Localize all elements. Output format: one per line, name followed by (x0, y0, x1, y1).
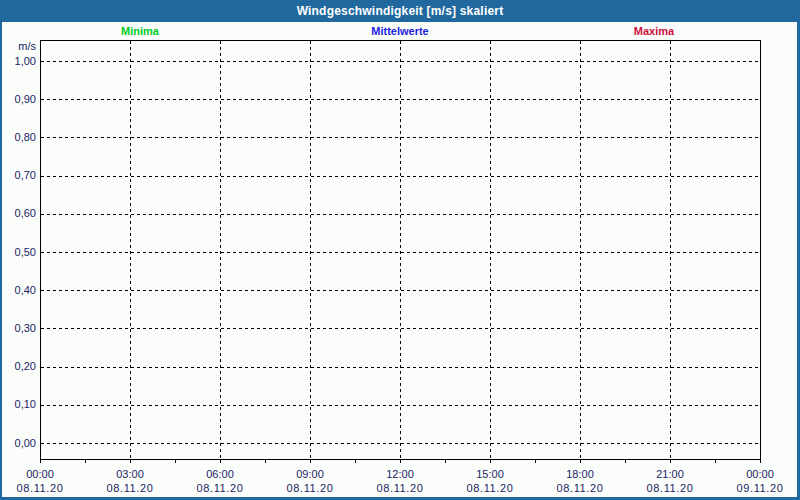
y-axis-tick-label: 0,30 (0, 322, 36, 335)
x-axis-tick-label: 09:0008.11.20 (287, 467, 334, 495)
y-axis-tick-label: 0,70 (0, 169, 36, 182)
x-tick-date: 08.11.20 (197, 481, 244, 495)
x-tick-date: 08.11.20 (287, 481, 334, 495)
x-axis-tick-label: 00:0008.11.20 (17, 467, 64, 495)
x-tick-time: 15:00 (467, 467, 514, 481)
x-tick-time: 09:00 (287, 467, 334, 481)
x-axis-tick-label: 15:0008.11.20 (467, 467, 514, 495)
y-axis-tick-label: 0,10 (0, 398, 36, 411)
x-tick-time: 00:00 (737, 467, 784, 481)
x-axis-tick-label: 06:0008.11.20 (197, 467, 244, 495)
x-tick-date: 08.11.20 (557, 481, 604, 495)
x-tick-time: 03:00 (107, 467, 154, 481)
y-axis-tick-label: 0,00 (0, 437, 36, 450)
y-axis-tick-label: 0,90 (0, 93, 36, 106)
legend-item-maxima: Maxima (634, 25, 674, 37)
x-tick-time: 00:00 (17, 467, 64, 481)
x-tick-date: 08.11.20 (17, 481, 64, 495)
x-tick-time: 21:00 (647, 467, 694, 481)
y-axis-tick-label: 0,60 (0, 207, 36, 220)
x-tick-time: 06:00 (197, 467, 244, 481)
x-axis-tick-label: 21:0008.11.20 (647, 467, 694, 495)
chart-window: Windgeschwindigkeit [m/s] skaliert Minim… (0, 0, 800, 500)
y-axis-tick-label: 1,00 (0, 55, 36, 68)
y-axis-tick-label: 0,80 (0, 131, 36, 144)
x-tick-date: 09.11.20 (737, 481, 784, 495)
x-axis-tick-label: 18:0008.11.20 (557, 467, 604, 495)
x-tick-date: 08.11.20 (467, 481, 514, 495)
x-tick-date: 08.11.20 (107, 481, 154, 495)
x-tick-time: 18:00 (557, 467, 604, 481)
x-axis-tick-label: 03:0008.11.20 (107, 467, 154, 495)
x-axis-tick-label: 00:0009.11.20 (737, 467, 784, 495)
x-tick-time: 12:00 (377, 467, 424, 481)
chart-title: Windgeschwindigkeit [m/s] skaliert (297, 4, 504, 18)
y-axis-tick-label: 0,40 (0, 284, 36, 297)
x-axis-tick-label: 12:0008.11.20 (377, 467, 424, 495)
y-axis-tick-label: 0,50 (0, 246, 36, 259)
y-axis-tick-label: 0,20 (0, 360, 36, 373)
legend-item-mittelwerte: Mittelwerte (371, 25, 428, 37)
chart-title-bar: Windgeschwindigkeit [m/s] skaliert (0, 0, 800, 22)
legend-item-minima: Minima (121, 25, 159, 37)
y-axis-unit-label: m/s (0, 40, 36, 53)
plot-area (0, 0, 800, 500)
x-tick-date: 08.11.20 (647, 481, 694, 495)
x-tick-date: 08.11.20 (377, 481, 424, 495)
